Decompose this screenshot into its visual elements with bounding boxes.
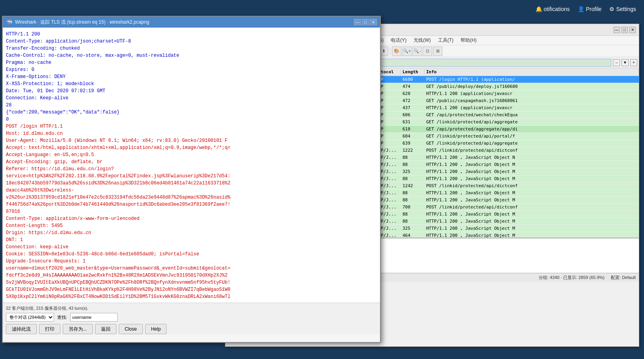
person-icon: 👤 (578, 6, 584, 12)
follow-content-area[interactable]: HTTP/1.1 200Content-Type: application/js… (3, 28, 380, 303)
follow-search-input[interactable] (70, 313, 118, 322)
content-line: Upgrade-Insecure-Requests: 1 (6, 258, 377, 265)
follow-minimize-btn[interactable]: — (354, 19, 361, 25)
profile-item[interactable]: 👤 Profile (578, 6, 602, 12)
cell-info: HTTP/1.1 200 , JavaScript Object M (425, 233, 639, 238)
ws-filter-plus-btn[interactable]: + (630, 59, 637, 66)
ws-menu-tools[interactable]: 工具(T) (435, 36, 457, 45)
ws-filter-arrow-btn[interactable]: → (613, 59, 620, 66)
content-line: Accept-Encoding: gzip, deflate, br (6, 158, 377, 166)
ws-menu-help[interactable]: 帮助(H) (457, 36, 480, 45)
ws-minimize-btn[interactable]: — (614, 27, 620, 33)
ws-menu-wireless[interactable]: 无线(W) (410, 36, 434, 45)
notifications-item[interactable]: 🔔 otifications (535, 6, 570, 12)
content-line: SX0p1KxpC2lYm6iN0pRaG6%2FBxCT4NowKOD1SdE… (6, 293, 377, 300)
content-line: POST /login HTTP/1.1 (6, 123, 377, 130)
cell-info: HTTP/1.1 200 , JavaScript Object M (425, 176, 639, 181)
cell-info: HTTP/1.1 200 , JavaScript Object M (425, 212, 639, 217)
gear-icon: ⚙ (609, 6, 614, 12)
content-line: Date: Tue, 01 Dec 2020 07:02:19 GMT (6, 87, 377, 95)
follow-maximize-btn[interactable]: □ (362, 19, 369, 25)
content-line: v2%26url%3D137959cd1821ef10e47e2c5c83231… (6, 194, 377, 201)
cell-len: 472 (401, 98, 425, 103)
follow-tls-dialog: 🦈 Wireshark · 追踪 TLS 流 (tcp.stream eq 15… (2, 16, 381, 343)
cell-len: 604 (401, 134, 425, 139)
cell-info: POST /login HTTP/1.1 (application/ (425, 77, 639, 82)
content-line: Cache-Control: no-cache, no-store, max-a… (6, 52, 377, 59)
content-line: GCkTIU01VJommGhJV9eLmFNE1LEtHiVhBkaKYkp%… (6, 286, 377, 293)
follow-close-btn[interactable]: ✕ (370, 19, 377, 25)
content-line: Expires: 0 (6, 66, 377, 73)
cell-len: 437 (401, 105, 425, 110)
cell-len: 325 (401, 169, 425, 174)
follow-stats-text: 22 客户端分组, 215 服务器分组, 43 turn(s). (6, 305, 377, 311)
bell-icon: 🔔 (535, 6, 542, 12)
content-line: Origin: https://id.dlmu.edu.cn (6, 229, 377, 236)
cell-len: 639 (401, 141, 425, 146)
content-line: 18ec8420743bb59779d3aa5d%26ssid%3D%26nas… (6, 180, 377, 187)
cell-info: GET /api/protected/aggregate/app/di (425, 126, 639, 132)
content-line: Pragma: no-cache (6, 59, 377, 66)
follow-filter-btn[interactable]: 滤掉此流 (6, 324, 37, 334)
content-line: Content-Type: application/x-www-form-url… (6, 215, 377, 222)
cell-len: 620 (401, 91, 425, 96)
follow-close-action-btn[interactable]: Close (119, 324, 143, 334)
content-line: Cookie: SESSION=8e1e83cd-5236-48cd-b66d-… (6, 251, 377, 258)
content-line: Connection: Keep-alive (6, 95, 377, 102)
follow-help-btn[interactable]: Help (145, 324, 167, 334)
cell-info: GET /linkid/protected/api/portal/f (425, 134, 639, 139)
follow-bottom-controls: 22 客户端分组, 215 服务器分组, 43 turn(s). 整个对话 (2… (3, 303, 380, 334)
ws-tool-zoom-in[interactable]: 🔍+ (402, 47, 412, 56)
ws-tool-colorize[interactable]: 🎨 (392, 47, 401, 56)
cell-info: HTTP/1.1 200 , JavaScript Object N (425, 155, 639, 160)
cell-len: 610 (401, 126, 425, 132)
cell-len: 88 (401, 176, 425, 181)
content-line: Content-Type: application/json;charset=U… (6, 38, 377, 45)
follow-buttons-row: 滤掉此流 打印 另存为... 返回 Close Help (6, 324, 377, 334)
content-line: DNT: 1 (6, 236, 377, 244)
follow-title-text: Wireshark · 追踪 TLS 流 (tcp.stream eq 15) … (15, 19, 149, 26)
follow-conversation-select[interactable]: 整个对话 (2944kB) (6, 313, 54, 322)
settings-label: Settings (616, 6, 636, 12)
ws-tool-zoom-fit[interactable]: ⊡ (423, 47, 432, 56)
content-line: Connection: keep-alive (6, 244, 377, 251)
profile-label: Profile (586, 6, 602, 12)
follow-saveas-btn[interactable]: 另存为... (63, 324, 93, 334)
ws-separator-4 (390, 47, 390, 55)
cell-len: 1222 (401, 148, 425, 153)
cell-len: 464 (401, 233, 425, 238)
content-line: X-Frame-Options: DENY (6, 73, 377, 80)
ws-menu-phone[interactable]: 电话(Y) (388, 36, 410, 45)
content-line: Content-Length: 5495 (6, 222, 377, 229)
col-info: Info (425, 69, 639, 74)
follow-print-btn[interactable]: 打印 (39, 324, 60, 334)
ws-tool-zoom-out[interactable]: 🔍- (412, 47, 422, 56)
content-line: f446756d74a%26port%3D2b0de74b7461440d%26… (6, 201, 377, 208)
cell-info: GET /linkid/protected/api/aggregate (425, 119, 639, 125)
ws-maximize-btn[interactable]: □ (622, 27, 628, 33)
follow-search-label: 查找: (57, 314, 67, 320)
cell-info: GET /api/protected/wechat/checkEqua (425, 112, 639, 117)
content-line: 87016 (6, 208, 377, 215)
ws-close-btn[interactable]: ✕ (629, 27, 636, 33)
content-line: Sv2jWVBoqyIVUItEaXkUBQnUPCpEBQhUCZDKN7OP… (6, 279, 377, 286)
cell-info: HTTP/1.1 200 (application/javascr (425, 105, 639, 110)
content-line: User-Agent: Mozilla/5.0 (Windows NT 6.1;… (6, 137, 377, 144)
cell-len: 700 (401, 205, 425, 210)
content-line: {"code":200,"message":"OK","data":false} (6, 109, 377, 116)
follow-dialog-title-bar: 🦈 Wireshark · 追踪 TLS 流 (tcp.stream eq 15… (3, 17, 380, 28)
ws-filter-arrow2-btn[interactable]: ▼ (622, 59, 629, 66)
follow-back-btn[interactable]: 返回 (95, 324, 116, 334)
cell-info: GET /linkid/protected/api/aggregate (425, 141, 639, 146)
col-len: Length (401, 69, 425, 74)
ws-status-packets: 分组: 4340 · 已显示: 2859 (65.9%) (539, 275, 605, 281)
content-line: HTTP/1.1 200 (6, 31, 377, 38)
ws-tool-expand[interactable]: ⊞ (433, 47, 442, 56)
cell-len: 6680 (401, 77, 425, 82)
cell-len: 88 (401, 197, 425, 203)
cell-len: 474 (401, 84, 425, 89)
cell-len: 88 (401, 162, 425, 167)
content-line: Accept: text/html,application/xhtml+xml,… (6, 144, 377, 151)
content-line: 0 (6, 116, 377, 123)
settings-item[interactable]: ⚙ Settings (609, 6, 636, 12)
